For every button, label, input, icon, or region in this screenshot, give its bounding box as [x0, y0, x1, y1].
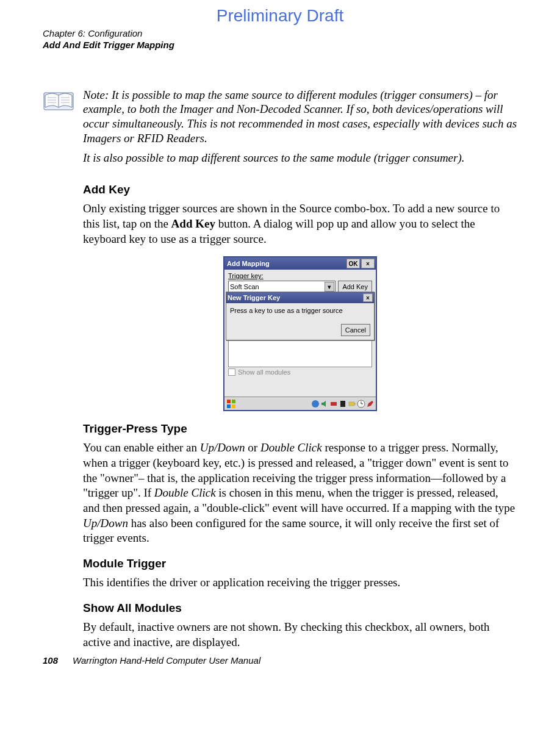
svg-rect-11 — [232, 404, 235, 408]
heading-show-all-modules: Show All Modules — [83, 602, 517, 615]
text-italic: Double Click — [154, 486, 216, 499]
note-para-2: It is also possible to map different sou… — [83, 151, 517, 165]
heading-add-key: Add Key — [83, 183, 517, 196]
start-icon[interactable] — [226, 399, 237, 409]
close-icon[interactable]: × — [363, 293, 373, 302]
inner-titlebar: New Trigger Key × — [226, 292, 374, 303]
svg-rect-15 — [349, 402, 354, 406]
new-trigger-dialog: New Trigger Key × Press a key to use as … — [226, 292, 375, 340]
show-all-label: Show all modules — [238, 368, 290, 376]
close-icon[interactable]: × — [361, 259, 375, 268]
svg-point-12 — [312, 400, 319, 408]
trigger-key-label: Trigger key: — [228, 272, 372, 279]
svg-rect-10 — [227, 404, 231, 408]
heading-trigger-press-type: Trigger-Press Type — [83, 422, 517, 436]
note-block: Note: It is possible to map the same sou… — [43, 88, 517, 165]
window-title: Add Mapping — [226, 260, 345, 267]
system-tray — [311, 400, 375, 408]
text-segment: You can enable either an — [83, 441, 200, 454]
svg-rect-8 — [227, 400, 231, 403]
pen-icon[interactable] — [366, 400, 375, 408]
show-all-row: Show all modules — [228, 368, 372, 376]
inner-message: Press a key to use as a trigger source — [230, 307, 370, 314]
titlebar: Add Mapping OK × — [224, 257, 376, 270]
para-show-all-modules: By default, inactive owners are not show… — [83, 620, 517, 650]
running-header: Chapter 6: Configuration Add And Edit Tr… — [43, 28, 517, 51]
svg-rect-13 — [331, 402, 337, 406]
combo-value: Soft Scan — [230, 283, 259, 290]
add-key-button[interactable]: Add Key — [338, 281, 372, 293]
connection-icon[interactable] — [329, 400, 338, 408]
trigger-key-combo[interactable]: Soft Scan ▾ — [228, 281, 336, 293]
chapter-line: Chapter 6: Configuration — [43, 28, 517, 40]
chevron-down-icon[interactable]: ▾ — [325, 282, 334, 292]
svg-rect-14 — [340, 401, 345, 407]
page-footer: 108 Warrington Hand-Held Computer User M… — [43, 655, 260, 666]
watermark-text: Preliminary Draft — [43, 6, 517, 26]
network-icon[interactable] — [311, 400, 320, 408]
text-italic: Up/Down — [200, 441, 245, 454]
show-all-checkbox[interactable] — [228, 368, 235, 376]
footer-title: Warrington Hand-Held Computer User Manua… — [73, 655, 260, 666]
text-bold: Add Key — [171, 217, 215, 230]
text-segment: or — [245, 441, 260, 454]
screenshot-figure: Add Mapping OK × Trigger key: Soft Scan … — [83, 256, 517, 411]
book-icon — [43, 88, 74, 165]
volume-icon[interactable] — [320, 400, 329, 408]
para-trigger-press: You can enable either an Up/Down or Doub… — [83, 440, 517, 546]
page-number: 108 — [43, 655, 58, 666]
text-segment: has also been configured for the same so… — [83, 517, 499, 545]
para-add-key: Only existing trigger sources are shown … — [83, 201, 517, 246]
mapping-list[interactable] — [228, 338, 372, 367]
text-italic: Double Click — [260, 441, 322, 454]
svg-rect-9 — [232, 400, 235, 403]
device-icon[interactable] — [339, 400, 347, 408]
svg-rect-16 — [354, 403, 356, 404]
inner-window-title: New Trigger Key — [228, 294, 362, 301]
wince-window: Add Mapping OK × Trigger key: Soft Scan … — [223, 256, 377, 411]
ok-button[interactable]: OK — [346, 259, 360, 268]
text-italic: Up/Down — [83, 517, 128, 530]
cancel-button[interactable]: Cancel — [341, 324, 370, 336]
section-line: Add And Edit Trigger Mapping — [43, 40, 517, 51]
note-text: Note: It is possible to map the same sou… — [74, 88, 517, 165]
heading-module-trigger: Module Trigger — [83, 557, 517, 570]
taskbar — [224, 397, 376, 410]
clock-icon[interactable] — [357, 400, 365, 408]
note-para-1: Note: It is possible to map the same sou… — [83, 88, 517, 146]
battery-icon[interactable] — [348, 400, 356, 408]
para-module-trigger: This identifies the driver or applicatio… — [83, 575, 517, 591]
